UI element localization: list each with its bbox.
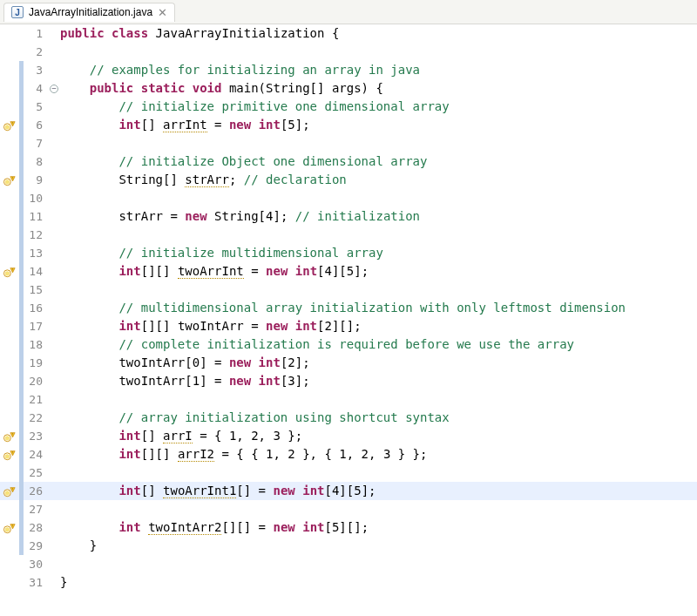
code-line[interactable]: 2 bbox=[0, 43, 697, 61]
code-line[interactable]: 31} bbox=[0, 573, 697, 592]
fold-toggle[interactable]: − bbox=[48, 79, 60, 98]
code-line[interactable]: 17 int[][] twoIntArr = new int[2][]; bbox=[0, 317, 697, 335]
code-text[interactable] bbox=[60, 134, 697, 152]
code-text[interactable]: int[] arrI = { 1, 2, 3 }; bbox=[60, 427, 697, 445]
code-text[interactable]: String[] strArr; // declaration bbox=[60, 171, 697, 189]
code-line[interactable]: 8 // initialize Object one dimensional a… bbox=[0, 152, 697, 171]
line-number: 7 bbox=[24, 134, 48, 152]
code-text[interactable]: strArr = new String[4]; // initializatio… bbox=[60, 207, 697, 226]
code-text[interactable] bbox=[60, 189, 697, 207]
code-text[interactable]: int[][] arrI2 = { { 1, 2 }, { 1, 2, 3 } … bbox=[60, 445, 697, 464]
code-text[interactable] bbox=[60, 43, 697, 61]
code-text[interactable] bbox=[60, 555, 697, 573]
code-line[interactable]: 20 twoIntArr[1] = new int[3]; bbox=[0, 372, 697, 390]
line-number: 18 bbox=[24, 335, 48, 354]
code-text[interactable] bbox=[60, 226, 697, 244]
close-icon[interactable]: ✕ bbox=[158, 6, 167, 19]
fold-blank bbox=[48, 390, 60, 409]
code-line[interactable]: 15 bbox=[0, 281, 697, 299]
warning-icon[interactable]: ! bbox=[0, 445, 19, 464]
code-text[interactable] bbox=[60, 281, 697, 299]
gutter-blank bbox=[0, 537, 19, 555]
code-line[interactable]: !14 int[][] twoArrInt = new int[4][5]; bbox=[0, 262, 697, 281]
code-text[interactable]: // initialize multidimensional array bbox=[60, 244, 697, 262]
line-number: 17 bbox=[24, 317, 48, 335]
warning-icon[interactable]: ! bbox=[0, 171, 19, 189]
code-text[interactable]: int[][] twoIntArr = new int[2][]; bbox=[60, 317, 697, 335]
code-line[interactable]: 30 bbox=[0, 555, 697, 573]
editor-tab[interactable]: J JavaArrayInitialization.java ✕ bbox=[3, 3, 175, 22]
code-line[interactable]: 4− public static void main(String[] args… bbox=[0, 79, 697, 98]
fold-blank bbox=[48, 281, 60, 299]
code-text[interactable]: // complete initialization is required b… bbox=[60, 335, 697, 354]
code-text[interactable]: twoIntArr[1] = new int[3]; bbox=[60, 372, 697, 390]
code-text[interactable]: twoIntArr[0] = new int[2]; bbox=[60, 354, 697, 372]
fold-blank bbox=[48, 24, 60, 43]
code-text[interactable]: public static void main(String[] args) { bbox=[60, 79, 697, 98]
code-line[interactable]: 10 bbox=[0, 189, 697, 207]
code-line[interactable]: !28 int twoIntArr2[][] = new int[5][]; bbox=[0, 518, 697, 537]
fold-blank bbox=[48, 244, 60, 262]
code-text[interactable]: // examples for initializing an array in… bbox=[60, 61, 697, 79]
code-line[interactable]: 18 // complete initialization is require… bbox=[0, 335, 697, 354]
gutter-blank bbox=[0, 43, 19, 61]
code-line[interactable]: 11 strArr = new String[4]; // initializa… bbox=[0, 207, 697, 226]
fold-blank bbox=[48, 537, 60, 555]
svg-point-2 bbox=[5, 125, 10, 129]
code-text[interactable]: // array initialization using shortcut s… bbox=[60, 409, 697, 427]
code-text[interactable]: } bbox=[60, 573, 697, 592]
code-line[interactable]: !24 int[][] arrI2 = { { 1, 2 }, { 1, 2, … bbox=[0, 445, 697, 464]
gutter-blank bbox=[0, 555, 19, 573]
code-text[interactable]: } bbox=[60, 537, 697, 555]
code-line[interactable]: 19 twoIntArr[0] = new int[2]; bbox=[0, 354, 697, 372]
code-text[interactable]: int[] twoArrInt1[] = new int[4][5]; bbox=[60, 482, 697, 500]
code-text[interactable]: // initialize Object one dimensional arr… bbox=[60, 152, 697, 171]
code-line[interactable]: 27 bbox=[0, 500, 697, 518]
code-line[interactable]: 25 bbox=[0, 464, 697, 482]
fold-blank bbox=[48, 61, 60, 79]
code-line[interactable]: !9 String[] strArr; // declaration bbox=[0, 171, 697, 189]
fold-blank bbox=[48, 482, 60, 500]
code-line[interactable]: 3 // examples for initializing an array … bbox=[0, 61, 697, 79]
code-line[interactable]: 21 bbox=[0, 390, 697, 409]
code-text[interactable]: public class JavaArrayInitialization { bbox=[60, 24, 697, 43]
code-editor[interactable]: 1public class JavaArrayInitialization {2… bbox=[0, 24, 697, 592]
code-text[interactable]: // multidimensional array initialization… bbox=[60, 299, 697, 317]
line-number: 20 bbox=[24, 372, 48, 390]
fold-blank bbox=[48, 427, 60, 445]
code-text[interactable] bbox=[60, 390, 697, 409]
code-line[interactable]: 5 // initialize primitive one dimensiona… bbox=[0, 98, 697, 116]
code-line[interactable]: !6 int[] arrInt = new int[5]; bbox=[0, 116, 697, 134]
code-line[interactable]: !23 int[] arrI = { 1, 2, 3 }; bbox=[0, 427, 697, 445]
gutter-blank bbox=[0, 226, 19, 244]
line-number: 23 bbox=[24, 427, 48, 445]
warning-icon[interactable]: ! bbox=[0, 116, 19, 134]
code-text[interactable]: int[] arrInt = new int[5]; bbox=[60, 116, 697, 134]
warning-icon[interactable]: ! bbox=[0, 427, 19, 445]
line-number: 4 bbox=[24, 79, 48, 98]
line-number: 10 bbox=[24, 189, 48, 207]
code-text[interactable]: // initialize primitive one dimensional … bbox=[60, 98, 697, 116]
code-line[interactable]: 1public class JavaArrayInitialization { bbox=[0, 24, 697, 43]
gutter-blank bbox=[0, 134, 19, 152]
code-text[interactable]: int[][] twoArrInt = new int[4][5]; bbox=[60, 262, 697, 281]
code-text[interactable] bbox=[60, 500, 697, 518]
warning-icon[interactable]: ! bbox=[0, 482, 19, 500]
code-line[interactable]: 7 bbox=[0, 134, 697, 152]
gutter-blank bbox=[0, 152, 19, 171]
warning-icon[interactable]: ! bbox=[0, 262, 19, 281]
fold-blank bbox=[48, 226, 60, 244]
warning-icon[interactable]: ! bbox=[0, 518, 19, 537]
code-line[interactable]: 29 } bbox=[0, 537, 697, 555]
line-number: 19 bbox=[24, 354, 48, 372]
code-line[interactable]: 22 // array initialization using shortcu… bbox=[0, 409, 697, 427]
fold-blank bbox=[48, 207, 60, 226]
code-line[interactable]: !26 int[] twoArrInt1[] = new int[4][5]; bbox=[0, 482, 697, 500]
code-line[interactable]: 12 bbox=[0, 226, 697, 244]
code-line[interactable]: 13 // initialize multidimensional array bbox=[0, 244, 697, 262]
code-line[interactable]: 16 // multidimensional array initializat… bbox=[0, 299, 697, 317]
code-text[interactable]: int twoIntArr2[][] = new int[5][]; bbox=[60, 518, 697, 537]
line-number: 1 bbox=[24, 24, 48, 43]
gutter-blank bbox=[0, 500, 19, 518]
code-text[interactable] bbox=[60, 464, 697, 482]
